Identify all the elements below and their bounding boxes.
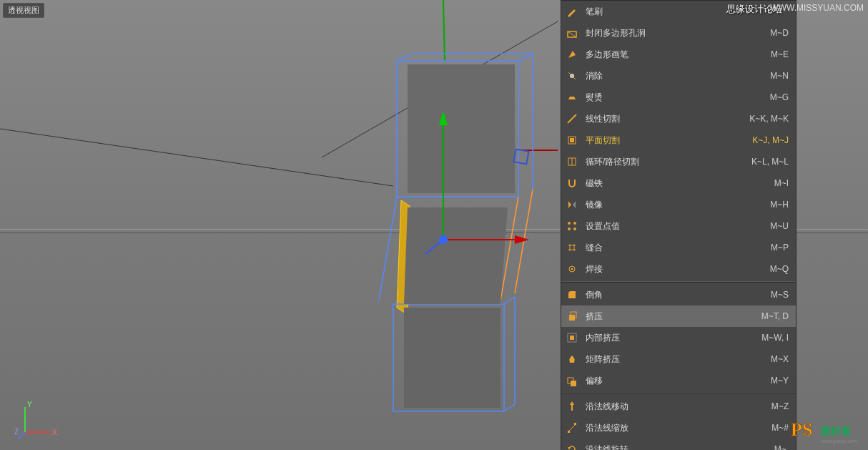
- brush-icon: [564, 4, 580, 19]
- poly-pen-icon: [564, 47, 580, 62]
- svg-line-37: [568, 72, 576, 79]
- menu-item-normal-scale[interactable]: 沿法线缩放M~#: [561, 417, 796, 439]
- menu-item-shortcut: M~X: [771, 354, 789, 364]
- svg-marker-17: [408, 64, 515, 193]
- menu-item-shortcut: M~H: [770, 200, 789, 210]
- watermark-logo: PS 爱好者 www.psahz.com: [791, 416, 862, 444]
- menu-item-loop-cut[interactable]: 循环/路径切割K~L, M~L: [561, 151, 796, 172]
- dissolve-icon: [564, 68, 580, 84]
- menu-item-label: 线性切割: [586, 113, 749, 125]
- svg-marker-18: [404, 207, 508, 304]
- menu-item-set-point[interactable]: 设置点值M~U: [561, 215, 796, 237]
- svg-line-6: [518, 54, 533, 61]
- menu-item-label: 焊接: [586, 263, 770, 275]
- menu-item-normal-rotate[interactable]: 沿法线旋转M~,: [561, 439, 796, 450]
- menu-item-label: 消除: [586, 70, 770, 82]
- menu-item-offset[interactable]: 偏移M~Y: [561, 370, 796, 391]
- menu-item-shortcut: M~T, D: [761, 311, 789, 321]
- menu-separator: [561, 393, 796, 394]
- menu-item-knife[interactable]: 线性切割K~K, M~K: [561, 108, 796, 129]
- svg-text:X: X: [52, 429, 57, 436]
- svg-line-5: [397, 54, 411, 61]
- menu-item-iron[interactable]: 熨烫M~G: [561, 87, 796, 108]
- svg-rect-63: [574, 423, 576, 425]
- matrix-extrude-icon: [564, 351, 580, 367]
- svg-marker-19: [404, 308, 500, 408]
- menu-item-plane-cut[interactable]: 平面切割K~J, M~J: [561, 129, 796, 151]
- svg-rect-58: [571, 381, 576, 386]
- menu-item-label: 倒角: [586, 289, 771, 301]
- menu-item-shortcut: M~,: [774, 444, 789, 450]
- menu-item-poly-pen[interactable]: 多边形画笔M~E: [561, 44, 796, 65]
- stitch-icon: [564, 240, 580, 255]
- menu-item-label: 矩阵挤压: [586, 353, 771, 366]
- menu-item-stitch[interactable]: 缝合M~P: [561, 237, 796, 258]
- loop-cut-icon: [564, 154, 580, 170]
- menu-item-matrix-extrude[interactable]: 矩阵挤压M~X: [561, 348, 796, 370]
- menu-item-shortcut: M~Z: [771, 401, 789, 411]
- menu-item-label: 沿法线旋转: [586, 444, 774, 451]
- menu-item-label: 封闭多边形孔洞: [586, 27, 770, 39]
- menu-item-label: 设置点值: [586, 220, 770, 233]
- menu-item-mirror[interactable]: 镜像M~H: [561, 194, 796, 215]
- watermark-url: WWW.MISSYUAN.COM: [770, 3, 864, 13]
- menu-item-label: 偏移: [586, 375, 771, 387]
- menu-item-shortcut: M~U: [770, 221, 789, 231]
- knife-icon: [564, 111, 580, 127]
- svg-rect-27: [514, 150, 529, 165]
- svg-line-61: [568, 424, 576, 431]
- extrude-icon: [564, 308, 580, 324]
- svg-point-52: [571, 268, 573, 270]
- svg-line-16: [504, 404, 515, 411]
- menu-item-shortcut: M~W, I: [761, 333, 789, 343]
- close-hole-icon: [564, 25, 580, 41]
- svg-rect-56: [570, 336, 574, 340]
- menu-item-shortcut: M~Q: [770, 264, 789, 274]
- menu-item-shortcut: K~J, M~J: [752, 135, 789, 145]
- iron-icon: [564, 89, 580, 105]
- axis-indicator: X Y Z: [14, 400, 57, 443]
- svg-text:爱好者: 爱好者: [820, 425, 851, 436]
- menu-item-label: 沿法线移动: [586, 401, 771, 413]
- menu-item-label: 磁铁: [586, 177, 774, 190]
- bevel-icon: [564, 287, 580, 303]
- normal-scale-icon: [564, 420, 580, 436]
- normal-rotate-icon: [564, 441, 580, 450]
- menu-item-shortcut: K~L, M~L: [751, 157, 789, 167]
- svg-point-26: [439, 235, 448, 244]
- svg-text:www.psahz.com: www.psahz.com: [820, 439, 857, 444]
- weld-icon: [564, 261, 580, 277]
- svg-marker-64: [568, 447, 571, 449]
- inner-extrude-icon: [564, 330, 580, 346]
- menu-item-label: 熨烫: [586, 92, 770, 104]
- svg-text:PS: PS: [791, 419, 812, 440]
- menu-item-extrude[interactable]: 挤压M~T, D: [561, 305, 796, 327]
- menu-item-shortcut: M~P: [771, 243, 789, 253]
- menu-item-label: 镜像: [586, 199, 770, 211]
- svg-line-0: [0, 129, 393, 186]
- menu-item-normal-move[interactable]: 沿法线移动M~Z: [561, 396, 796, 417]
- svg-text:Z: Z: [14, 428, 19, 436]
- menu-item-magnet[interactable]: 磁铁M~I: [561, 172, 796, 194]
- menu-item-shortcut: M~G: [770, 92, 789, 102]
- view-label[interactable]: 透视视图: [3, 3, 44, 18]
- svg-line-10: [379, 197, 397, 300]
- svg-point-45: [568, 228, 571, 230]
- menu-item-dissolve[interactable]: 消除M~N: [561, 65, 796, 87]
- svg-rect-62: [568, 431, 570, 433]
- menu-item-shortcut: M~Y: [771, 376, 789, 386]
- menu-item-shortcut: M~N: [770, 71, 789, 81]
- menu-item-shortcut: M~S: [771, 290, 789, 300]
- plane-cut-icon: [564, 132, 580, 148]
- set-point-icon: [564, 218, 580, 234]
- normal-move-icon: [564, 398, 580, 414]
- menu-item-weld[interactable]: 焊接M~Q: [561, 258, 796, 280]
- svg-point-44: [573, 222, 576, 225]
- menu-item-shortcut: M~D: [770, 28, 789, 38]
- menu-item-label: 沿法线缩放: [586, 422, 771, 434]
- menu-item-close-hole[interactable]: 封闭多边形孔洞M~D: [561, 22, 796, 44]
- context-menu[interactable]: 笔刷封闭多边形孔洞M~D多边形画笔M~E消除M~N熨烫M~G线性切割K~K, M…: [561, 0, 797, 450]
- menu-item-bevel[interactable]: 倒角M~S: [561, 284, 796, 305]
- menu-item-label: 平面切割: [586, 134, 752, 147]
- menu-item-inner-extrude[interactable]: 内部挤压M~W, I: [561, 327, 796, 348]
